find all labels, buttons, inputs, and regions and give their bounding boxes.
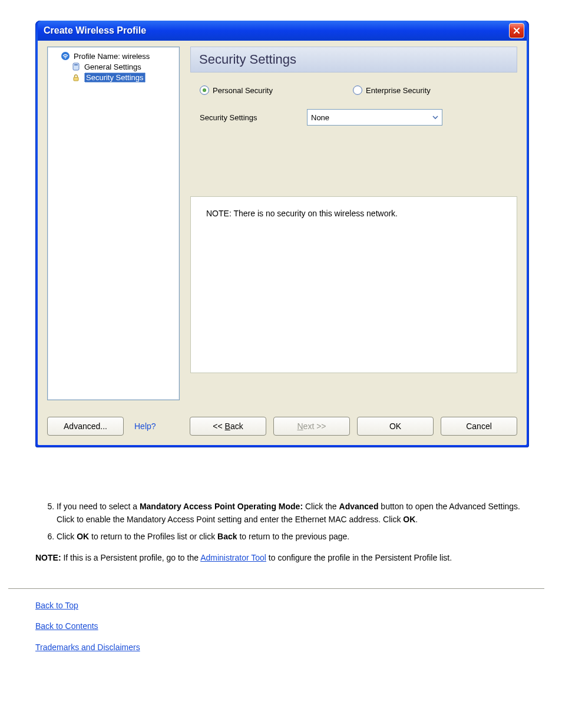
list-item: If you need to select a Mandatory Access… xyxy=(57,500,524,526)
cancel-label: Cancel xyxy=(466,421,492,431)
radio-enterprise-security[interactable]: Enterprise Security xyxy=(353,85,482,95)
note-paragraph: NOTE: If this is a Persistent profile, g… xyxy=(35,552,524,565)
combo-value: None xyxy=(311,113,329,122)
admin-tool-link[interactable]: Administrator Tool xyxy=(200,553,266,562)
radio-personal-security[interactable]: Personal Security xyxy=(200,85,329,95)
security-settings-label: Security Settings xyxy=(200,113,294,122)
svg-rect-3 xyxy=(74,64,78,65)
tree-label-profile: Profile Name: wireless xyxy=(74,52,150,61)
radio-dot-icon xyxy=(200,85,209,95)
trademarks-link[interactable]: Trademarks and Disclaimers xyxy=(35,643,140,652)
dialog-window: Create Wireless Profile Profile Name: wi… xyxy=(35,21,529,447)
ok-button[interactable]: OK xyxy=(357,417,434,436)
radio-dot-icon xyxy=(353,85,362,95)
chevron-down-icon xyxy=(430,111,441,124)
radio-enterprise-label: Enterprise Security xyxy=(366,86,431,95)
advanced-button[interactable]: Advanced... xyxy=(47,417,124,436)
svg-point-1 xyxy=(65,57,66,58)
help-link[interactable]: Help? xyxy=(134,421,156,431)
button-row: Advanced... Help? << Back Next >> OK xyxy=(47,400,517,436)
main-panel: Security Settings Personal Security Ente… xyxy=(190,47,517,400)
note-text: NOTE: There is no security on this wirel… xyxy=(206,209,398,218)
security-type-row: Personal Security Enterprise Security xyxy=(190,73,517,95)
advanced-label: Advanced... xyxy=(64,421,107,431)
tree-item-general[interactable]: General Settings xyxy=(50,61,177,72)
titlebar: Create Wireless Profile xyxy=(38,21,527,41)
ok-label: OK xyxy=(389,421,401,431)
security-settings-combo[interactable]: None xyxy=(307,109,442,126)
gear-icon xyxy=(71,62,81,71)
wifi-icon xyxy=(61,51,70,61)
titlebar-text: Create Wireless Profile xyxy=(44,25,146,36)
tree-item-security[interactable]: Security Settings xyxy=(50,72,177,83)
lock-icon xyxy=(71,73,81,83)
close-icon xyxy=(513,27,520,34)
back-to-contents-link[interactable]: Back to Contents xyxy=(35,621,98,631)
svg-rect-2 xyxy=(73,63,79,70)
document-text: If you need to select a Mandatory Access… xyxy=(35,500,524,654)
svg-rect-4 xyxy=(74,77,78,81)
list-item: Click OK to return to the Profiles list … xyxy=(57,531,524,543)
back-to-top-link[interactable]: Back to Top xyxy=(35,601,78,610)
separator xyxy=(8,588,544,589)
back-button[interactable]: << Back xyxy=(190,417,266,436)
panel-title: Security Settings xyxy=(190,47,517,73)
security-settings-row: Security Settings None xyxy=(190,95,517,126)
next-button[interactable]: Next >> xyxy=(273,417,350,436)
tree-panel[interactable]: Profile Name: wireless General Settings … xyxy=(47,47,180,400)
tree-label-security: Security Settings xyxy=(84,73,146,83)
radio-personal-label: Personal Security xyxy=(213,86,273,95)
tree-label-general: General Settings xyxy=(84,62,141,71)
cancel-button[interactable]: Cancel xyxy=(441,417,517,436)
note-panel: NOTE: There is no security on this wirel… xyxy=(190,196,517,373)
close-button[interactable] xyxy=(509,23,524,38)
tree-item-profile[interactable]: Profile Name: wireless xyxy=(50,51,177,61)
